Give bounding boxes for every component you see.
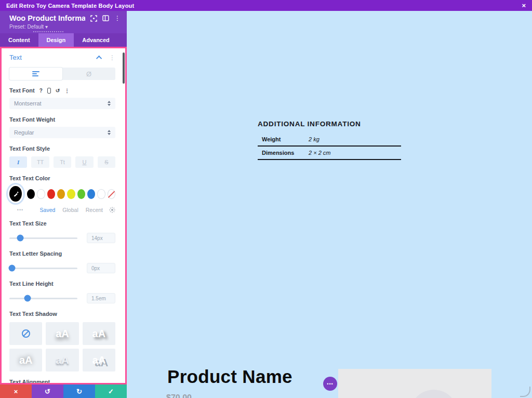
responsive-phone-icon[interactable]	[47, 88, 51, 94]
product-price-partial: $70.00	[166, 393, 213, 398]
select-arrows-icon	[108, 101, 111, 106]
link-icon: Ø	[86, 70, 91, 78]
global-colors-link[interactable]: Global	[62, 207, 78, 213]
panel-layout-icon[interactable]	[102, 15, 109, 21]
link-values-tab[interactable]: Ø	[62, 68, 115, 80]
text-font-select[interactable]: Montserrat	[9, 98, 115, 109]
text-shadow-options: aA aA aA aA aA	[9, 322, 115, 372]
save-button[interactable]: ✓	[95, 384, 127, 398]
close-icon[interactable]: ×	[522, 2, 526, 9]
text-font-label: Text Font ? ↺ ⋮	[9, 87, 115, 94]
shadow-option[interactable]: aA	[9, 349, 42, 372]
shadow-option[interactable]: aA	[83, 349, 115, 372]
text-font-value: Montserrat	[14, 100, 42, 107]
attributes-table: Weight 2 kg Dimensions 2 × 2 cm	[258, 133, 401, 160]
slider-knob[interactable]	[17, 235, 23, 242]
preset-selector[interactable]: Preset: Default ▾	[9, 24, 121, 30]
shadow-option[interactable]: aA	[46, 349, 78, 372]
color-swatch[interactable]	[27, 189, 35, 199]
text-font-style-label: Text Font Style	[9, 145, 115, 152]
scan-preview-icon[interactable]	[90, 15, 97, 22]
color-swatch[interactable]	[67, 189, 75, 199]
text-alignment-label: Text Alignment	[9, 379, 115, 384]
slider-knob[interactable]	[9, 265, 16, 272]
scrollbar-thumb[interactable]	[123, 52, 125, 84]
tab-design[interactable]: Design	[38, 33, 74, 47]
strikethrough-button[interactable]: S	[98, 156, 115, 168]
help-icon[interactable]: ?	[39, 88, 43, 94]
product-name-heading: Product Name	[167, 366, 292, 387]
admin-bar: Edit Retro Toy Camera Template Body Layo…	[0, 0, 532, 11]
shadow-option[interactable]: aA	[46, 322, 78, 345]
tab-content[interactable]: Content	[0, 33, 38, 47]
slider-knob[interactable]	[24, 295, 31, 302]
text-text-size-label: Text Text Size	[9, 220, 115, 227]
admin-bar-title: Edit Retro Toy Camera Template Body Layo…	[6, 3, 134, 9]
text-text-shadow-label: Text Text Shadow	[9, 311, 115, 317]
color-swatch[interactable]	[57, 189, 65, 199]
field-options-icon[interactable]: ⋮	[64, 88, 70, 94]
section-options-icon[interactable]: ⋮	[109, 54, 115, 61]
text-text-color-label: Text Text Color	[9, 175, 115, 181]
text-text-size-control	[9, 233, 115, 243]
attribute-value: 2 × 2 cm	[304, 146, 401, 160]
discard-button[interactable]: ×	[0, 384, 32, 398]
color-swatch[interactable]	[87, 189, 95, 199]
text-letter-spacing-label: Text Letter Spacing	[9, 250, 115, 257]
attribute-label: Dimensions	[258, 146, 304, 160]
text-line-height-label: Text Line Height	[9, 281, 115, 287]
redo-button[interactable]: ↻	[63, 384, 95, 398]
letter-spacing-input[interactable]	[87, 263, 115, 273]
palette-links-row: ••• Saved Global Recent	[9, 207, 115, 213]
text-size-slider[interactable]	[9, 237, 77, 239]
attribute-value: 2 kg	[304, 133, 401, 146]
undo-button[interactable]: ↺	[32, 384, 63, 398]
text-font-weight-label: Text Font Weight	[9, 116, 115, 123]
page-preview: ADDITIONAL INFORMATION Weight 2 kg Dimen…	[127, 11, 532, 398]
text-line-height-control	[9, 293, 115, 303]
color-swatch[interactable]	[47, 189, 55, 199]
module-settings-dots-button[interactable]: •••	[323, 377, 337, 391]
line-height-input[interactable]	[87, 293, 115, 303]
uppercase-button[interactable]: TT	[31, 156, 49, 168]
design-settings-content: Text ⋮ Ø Text Font ? ↺ ⋮ Montserr	[0, 47, 127, 384]
shadow-none-option[interactable]	[9, 322, 42, 345]
color-swatch[interactable]	[77, 189, 85, 199]
small-caps-button[interactable]: Tt	[54, 156, 71, 168]
gear-icon[interactable]	[109, 207, 115, 213]
line-height-slider[interactable]	[9, 298, 77, 299]
text-letter-spacing-control	[9, 263, 115, 273]
reset-icon[interactable]: ↺	[56, 88, 60, 94]
recent-colors-link[interactable]: Recent	[86, 207, 103, 213]
attribute-label: Weight	[258, 133, 304, 146]
shadow-option[interactable]: aA	[83, 322, 115, 345]
placeholder-circle-decoration	[410, 390, 458, 398]
module-settings-panel: Woo Product Information S... ⋮	[0, 11, 127, 398]
no-color-swatch[interactable]	[108, 189, 115, 199]
text-size-input[interactable]	[87, 233, 115, 243]
panel-options-icon[interactable]: ⋮	[114, 15, 121, 22]
additional-information-block: ADDITIONAL INFORMATION Weight 2 kg Dimen…	[258, 120, 401, 160]
panel-footer: × ↺ ↻ ✓	[0, 384, 127, 398]
drag-grip-dots[interactable]	[33, 31, 63, 32]
text-section-header[interactable]: Text ⋮	[9, 54, 115, 61]
color-swatch[interactable]	[37, 189, 45, 199]
panel-header: Woo Product Information S... ⋮	[0, 11, 127, 33]
text-font-weight-select[interactable]: Regular	[9, 127, 115, 138]
italic-button[interactable]: I	[9, 156, 27, 168]
more-colors-icon[interactable]: •••	[9, 207, 31, 213]
underline-button[interactable]: U	[75, 156, 93, 168]
caret-down-icon: ▾	[45, 24, 48, 30]
color-swatch[interactable]	[97, 189, 105, 199]
tab-advanced[interactable]: Advanced	[74, 33, 118, 47]
corner-resize-mark	[520, 387, 530, 397]
eyedropper-button[interactable]	[9, 186, 22, 202]
panel-tabs: Content Design Advanced	[0, 33, 127, 47]
panel-title: Woo Product Information S...	[9, 14, 85, 22]
letter-spacing-slider[interactable]	[9, 268, 77, 269]
text-values-tab[interactable]	[9, 68, 62, 80]
saved-colors-link[interactable]: Saved	[40, 207, 56, 213]
no-shadow-icon	[21, 329, 31, 338]
product-image-placeholder	[338, 369, 491, 398]
screen: Edit Retro Toy Camera Template Body Layo…	[0, 0, 532, 398]
